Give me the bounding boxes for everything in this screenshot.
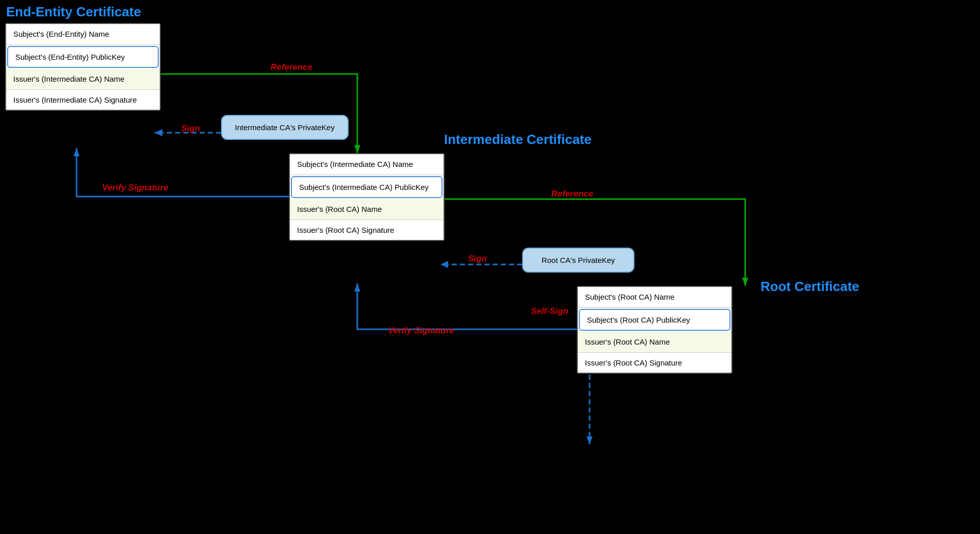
ee-row-4: Issuer's (Intermediate CA) Signature [6, 90, 160, 110]
intermediate-cert-box: Subject's (Intermediate CA) Name Subject… [289, 153, 445, 241]
svg-marker-4 [74, 148, 80, 156]
root-row-4: Issuer's (Root CA) Signature [578, 353, 731, 373]
reference-label-1: Reference [271, 62, 312, 72]
end-entity-label: End-Entity Certificate [6, 4, 141, 20]
sign-label-1: Sign [181, 124, 200, 134]
reference-label-2: Reference [551, 189, 593, 199]
ee-row-1: Subject's (End-Entity) Name [6, 24, 160, 45]
svg-marker-6 [440, 261, 448, 268]
svg-marker-0 [354, 145, 360, 153]
intermediate-key-box: Intermediate CA's PrivateKey [221, 115, 349, 140]
end-entity-cert-box: Subject's (End-Entity) Name Subject's (E… [5, 23, 161, 111]
root-cert-box: Subject's (Root CA) Name Subject's (Root… [577, 286, 732, 374]
root-row-2: Subject's (Root CA) PublicKey [579, 309, 730, 331]
int-row-2: Subject's (Intermediate CA) PublicKey [291, 176, 443, 199]
int-row-1: Subject's (Intermediate CA) Name [290, 154, 444, 175]
int-row-3: Issuer's (Root CA) Name [290, 199, 444, 220]
svg-marker-10 [586, 436, 593, 444]
root-key-box: Root CA's PrivateKey [522, 248, 634, 273]
root-row-3: Issuer's (Root CA) Name [578, 332, 731, 353]
root-cert-label: Root Certificate [761, 279, 860, 295]
verify-label-1: Verify Signature [102, 183, 168, 193]
sign-label-2: Sign [468, 254, 487, 264]
intermediate-label: Intermediate Certificate [444, 132, 592, 148]
self-sign-label: Self-Sign [531, 306, 569, 317]
diagram-container: End-Entity Certificate Subject's (End-En… [0, 0, 980, 534]
int-row-4: Issuer's (Root CA) Signature [290, 220, 444, 240]
svg-marker-3 [155, 129, 162, 136]
verify-label-2: Verify Signature [388, 326, 454, 336]
svg-marker-7 [354, 283, 360, 292]
ee-row-3: Issuer's (Intermediate CA) Name [6, 69, 160, 90]
svg-marker-1 [742, 278, 748, 286]
ee-row-2: Subject's (End-Entity) PublicKey [7, 46, 159, 68]
root-row-1: Subject's (Root CA) Name [578, 287, 731, 308]
